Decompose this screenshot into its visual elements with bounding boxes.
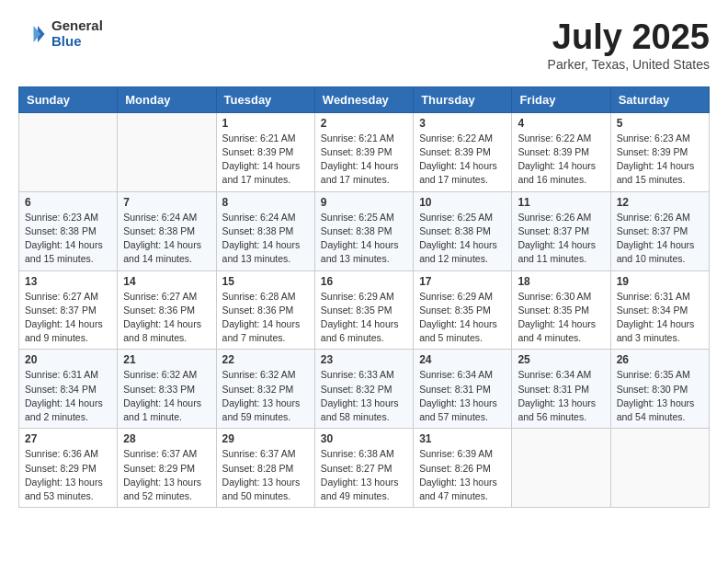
calendar-week-row: 1Sunrise: 6:21 AMSunset: 8:39 PMDaylight… — [19, 112, 710, 191]
calendar-cell: 8Sunrise: 6:24 AMSunset: 8:38 PMDaylight… — [216, 191, 314, 270]
calendar-cell — [610, 429, 709, 508]
calendar-cell: 31Sunrise: 6:39 AMSunset: 8:26 PMDayligh… — [414, 429, 512, 508]
weekday-header: Sunday — [19, 86, 118, 112]
day-number: 15 — [222, 275, 309, 288]
month-title: July 2025 — [548, 18, 710, 57]
day-info: Sunrise: 6:25 AMSunset: 8:38 PMDaylight:… — [419, 211, 506, 267]
calendar-cell: 7Sunrise: 6:24 AMSunset: 8:38 PMDaylight… — [118, 191, 216, 270]
calendar-cell: 17Sunrise: 6:29 AMSunset: 8:35 PMDayligh… — [414, 270, 512, 350]
day-number: 23 — [321, 353, 407, 366]
day-number: 19 — [617, 275, 703, 288]
day-number: 9 — [321, 196, 407, 209]
calendar-cell: 22Sunrise: 6:32 AMSunset: 8:32 PMDayligh… — [216, 350, 314, 429]
day-info: Sunrise: 6:30 AMSunset: 8:35 PMDaylight:… — [518, 290, 604, 346]
weekday-header: Monday — [118, 86, 216, 112]
day-info: Sunrise: 6:22 AMSunset: 8:39 PMDaylight:… — [419, 132, 506, 188]
day-info: Sunrise: 6:27 AMSunset: 8:36 PMDaylight:… — [123, 290, 210, 346]
logo: General Blue — [18, 18, 103, 49]
calendar-cell: 21Sunrise: 6:32 AMSunset: 8:33 PMDayligh… — [118, 350, 216, 429]
calendar-week-row: 13Sunrise: 6:27 AMSunset: 8:37 PMDayligh… — [19, 270, 710, 350]
calendar-cell: 19Sunrise: 6:31 AMSunset: 8:34 PMDayligh… — [610, 270, 709, 350]
day-info: Sunrise: 6:21 AMSunset: 8:39 PMDaylight:… — [222, 132, 309, 188]
day-info: Sunrise: 6:24 AMSunset: 8:38 PMDaylight:… — [222, 211, 309, 267]
day-info: Sunrise: 6:29 AMSunset: 8:35 PMDaylight:… — [419, 290, 506, 346]
weekday-header: Thursday — [414, 86, 512, 112]
day-info: Sunrise: 6:29 AMSunset: 8:35 PMDaylight:… — [321, 290, 407, 346]
title-section: July 2025 Parker, Texas, United States — [548, 18, 710, 72]
calendar-cell: 6Sunrise: 6:23 AMSunset: 8:38 PMDaylight… — [19, 191, 118, 270]
calendar-cell: 5Sunrise: 6:23 AMSunset: 8:39 PMDaylight… — [610, 112, 709, 191]
day-number: 22 — [222, 353, 309, 366]
calendar-cell: 14Sunrise: 6:27 AMSunset: 8:36 PMDayligh… — [118, 270, 216, 350]
day-info: Sunrise: 6:26 AMSunset: 8:37 PMDaylight:… — [617, 211, 703, 267]
logo-text: General Blue — [51, 18, 103, 49]
day-number: 10 — [419, 196, 506, 209]
day-number: 21 — [123, 353, 210, 366]
calendar-cell: 15Sunrise: 6:28 AMSunset: 8:36 PMDayligh… — [216, 270, 314, 350]
weekday-header: Wednesday — [314, 86, 413, 112]
day-number: 1 — [222, 117, 309, 130]
calendar-week-row: 27Sunrise: 6:36 AMSunset: 8:29 PMDayligh… — [19, 429, 710, 508]
day-number: 31 — [419, 432, 506, 445]
calendar-cell: 12Sunrise: 6:26 AMSunset: 8:37 PMDayligh… — [610, 191, 709, 270]
day-info: Sunrise: 6:32 AMSunset: 8:32 PMDaylight:… — [222, 368, 309, 424]
calendar-week-row: 20Sunrise: 6:31 AMSunset: 8:34 PMDayligh… — [19, 350, 710, 429]
day-number: 27 — [25, 432, 111, 445]
calendar-cell: 24Sunrise: 6:34 AMSunset: 8:31 PMDayligh… — [414, 350, 512, 429]
calendar-cell: 10Sunrise: 6:25 AMSunset: 8:38 PMDayligh… — [414, 191, 512, 270]
logo-icon — [18, 20, 46, 48]
day-info: Sunrise: 6:36 AMSunset: 8:29 PMDaylight:… — [25, 447, 111, 503]
day-number: 20 — [25, 353, 111, 366]
day-number: 3 — [419, 117, 506, 130]
weekday-header: Friday — [512, 86, 610, 112]
day-info: Sunrise: 6:37 AMSunset: 8:29 PMDaylight:… — [123, 447, 210, 503]
day-info: Sunrise: 6:21 AMSunset: 8:39 PMDaylight:… — [321, 132, 407, 188]
calendar-cell: 11Sunrise: 6:26 AMSunset: 8:37 PMDayligh… — [512, 191, 610, 270]
day-info: Sunrise: 6:37 AMSunset: 8:28 PMDaylight:… — [222, 447, 309, 503]
day-number: 6 — [25, 196, 111, 209]
day-info: Sunrise: 6:27 AMSunset: 8:37 PMDaylight:… — [25, 290, 111, 346]
calendar-cell: 23Sunrise: 6:33 AMSunset: 8:32 PMDayligh… — [314, 350, 413, 429]
day-number: 24 — [419, 353, 506, 366]
day-info: Sunrise: 6:22 AMSunset: 8:39 PMDaylight:… — [518, 132, 604, 188]
day-info: Sunrise: 6:34 AMSunset: 8:31 PMDaylight:… — [419, 368, 506, 424]
weekday-header: Tuesday — [216, 86, 314, 112]
day-number: 13 — [25, 275, 111, 288]
day-info: Sunrise: 6:25 AMSunset: 8:38 PMDaylight:… — [321, 211, 407, 267]
day-number: 4 — [518, 117, 604, 130]
logo-blue: Blue — [51, 34, 103, 50]
calendar-cell: 27Sunrise: 6:36 AMSunset: 8:29 PMDayligh… — [19, 429, 118, 508]
calendar-cell: 3Sunrise: 6:22 AMSunset: 8:39 PMDaylight… — [414, 112, 512, 191]
weekday-header-row: SundayMondayTuesdayWednesdayThursdayFrid… — [19, 86, 710, 112]
calendar-cell — [19, 112, 118, 191]
day-info: Sunrise: 6:23 AMSunset: 8:39 PMDaylight:… — [617, 132, 703, 188]
calendar-cell: 1Sunrise: 6:21 AMSunset: 8:39 PMDaylight… — [216, 112, 314, 191]
day-info: Sunrise: 6:34 AMSunset: 8:31 PMDaylight:… — [518, 368, 604, 424]
calendar-cell: 20Sunrise: 6:31 AMSunset: 8:34 PMDayligh… — [19, 350, 118, 429]
day-number: 11 — [518, 196, 604, 209]
day-info: Sunrise: 6:31 AMSunset: 8:34 PMDaylight:… — [25, 368, 111, 424]
calendar-cell: 4Sunrise: 6:22 AMSunset: 8:39 PMDaylight… — [512, 112, 610, 191]
calendar-cell: 18Sunrise: 6:30 AMSunset: 8:35 PMDayligh… — [512, 270, 610, 350]
day-number: 25 — [518, 353, 604, 366]
day-info: Sunrise: 6:38 AMSunset: 8:27 PMDaylight:… — [321, 447, 407, 503]
calendar-cell: 26Sunrise: 6:35 AMSunset: 8:30 PMDayligh… — [610, 350, 709, 429]
calendar-cell: 28Sunrise: 6:37 AMSunset: 8:29 PMDayligh… — [118, 429, 216, 508]
day-number: 16 — [321, 275, 407, 288]
day-number: 18 — [518, 275, 604, 288]
calendar-cell: 25Sunrise: 6:34 AMSunset: 8:31 PMDayligh… — [512, 350, 610, 429]
day-info: Sunrise: 6:24 AMSunset: 8:38 PMDaylight:… — [123, 211, 210, 267]
day-info: Sunrise: 6:26 AMSunset: 8:37 PMDaylight:… — [518, 211, 604, 267]
day-info: Sunrise: 6:23 AMSunset: 8:38 PMDaylight:… — [25, 211, 111, 267]
day-number: 17 — [419, 275, 506, 288]
day-info: Sunrise: 6:39 AMSunset: 8:26 PMDaylight:… — [419, 447, 506, 503]
day-number: 30 — [321, 432, 407, 445]
calendar-cell — [118, 112, 216, 191]
logo-general: General — [51, 18, 103, 34]
calendar-cell: 13Sunrise: 6:27 AMSunset: 8:37 PMDayligh… — [19, 270, 118, 350]
calendar-cell: 30Sunrise: 6:38 AMSunset: 8:27 PMDayligh… — [314, 429, 413, 508]
weekday-header: Saturday — [610, 86, 709, 112]
day-number: 5 — [617, 117, 703, 130]
location: Parker, Texas, United States — [548, 57, 710, 72]
page-header: General Blue July 2025 Parker, Texas, Un… — [18, 18, 710, 72]
